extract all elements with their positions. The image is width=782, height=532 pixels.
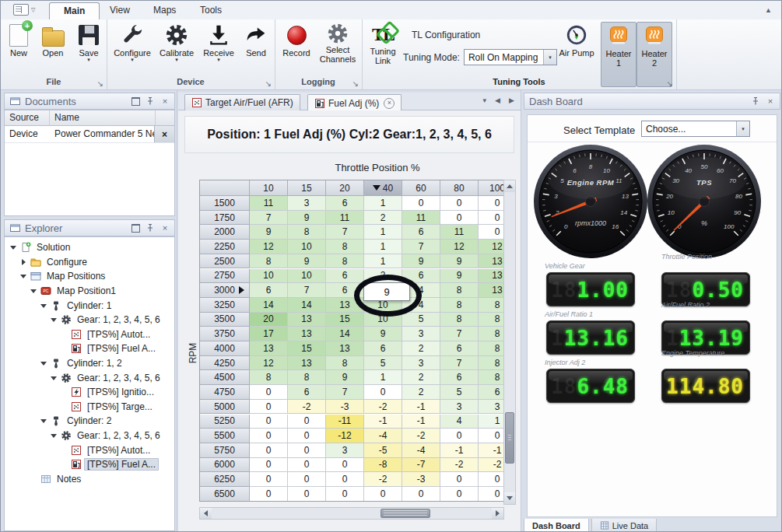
grid-cell[interactable]: 9 xyxy=(440,254,479,269)
tab-list-icon[interactable]: ▾ xyxy=(482,96,486,104)
grid-cell[interactable]: 0 xyxy=(402,487,440,502)
grid-cell[interactable]: 0 xyxy=(326,487,364,502)
grid-cell[interactable]: 0 xyxy=(326,458,364,473)
grid-cell[interactable]: 20 xyxy=(250,313,288,327)
scroll-right-icon[interactable] xyxy=(492,508,503,519)
tree-item[interactable]: Gear: 1, 2, 3, 4, 5, 6 xyxy=(5,429,174,443)
tree-item[interactable]: Cylinder: 1 xyxy=(5,298,174,313)
grid-cell[interactable]: 7 xyxy=(288,283,326,298)
grid-cell[interactable]: 15 xyxy=(326,313,364,327)
grid-cell[interactable]: 11 xyxy=(440,225,479,240)
row-header-2250[interactable]: 2250 xyxy=(200,240,250,254)
horizontal-scrollbar[interactable] xyxy=(199,507,504,520)
send-button[interactable]: Send xyxy=(240,22,272,58)
grid-cell[interactable]: 8 xyxy=(326,240,364,254)
grid-cell[interactable]: 11 xyxy=(250,196,288,211)
chevron-down-icon[interactable]: ▾ xyxy=(543,50,556,65)
grid-cell[interactable]: 1 xyxy=(479,415,504,429)
tab-target-air-fuel[interactable]: Target Air/Fuel (AFR) xyxy=(184,94,300,110)
grid-cell[interactable]: 8 xyxy=(440,298,479,313)
grid-cell[interactable]: 3 xyxy=(402,327,440,341)
template-select[interactable]: Choose... ▾ xyxy=(641,121,750,137)
grid-cell[interactable]: -1 xyxy=(440,443,479,458)
grid-cell[interactable]: 0 xyxy=(364,385,402,400)
grid-cell[interactable]: 8 xyxy=(479,370,504,385)
close-icon[interactable]: × xyxy=(766,96,775,106)
tree-item[interactable]: [TPS%] Autot... xyxy=(5,327,174,342)
grid-cell[interactable]: -2 xyxy=(402,429,440,443)
new-button[interactable]: + New xyxy=(4,22,33,58)
scroll-tabs-right-icon[interactable]: ▶ xyxy=(509,96,514,104)
dialog-launcher-icon[interactable]: ↘ xyxy=(667,80,673,88)
row-header-3250[interactable]: 3250 xyxy=(200,298,250,313)
scroll-left-icon[interactable] xyxy=(200,508,212,519)
grid-cell[interactable]: 0 xyxy=(479,225,504,240)
tuning-mode-select[interactable]: Roll On Mapping ▾ xyxy=(464,49,557,65)
grid-cell[interactable]: 10 xyxy=(288,240,326,254)
dialog-launcher-icon[interactable]: ↘ xyxy=(352,80,359,88)
grid-cell[interactable]: 0 xyxy=(288,415,326,429)
grid-cell[interactable]: 0 xyxy=(250,415,288,429)
tree-item[interactable]: PCMap Position1 xyxy=(5,284,174,299)
ribbon-collapse-icon[interactable]: ▲ xyxy=(765,6,772,14)
grid-cell[interactable]: -1 xyxy=(402,400,440,415)
grid-cell[interactable]: 6 xyxy=(326,283,364,298)
pin-icon[interactable] xyxy=(146,96,155,106)
collapse-arrow-icon[interactable] xyxy=(39,416,49,425)
grid-cell[interactable]: -1 xyxy=(479,443,504,458)
grid-cell[interactable]: 0 xyxy=(288,487,326,502)
grid-cell[interactable]: 13 xyxy=(288,356,326,371)
grid-cell[interactable]: 8 xyxy=(288,370,326,385)
grid-cell[interactable]: 0 xyxy=(250,458,288,473)
grid-cell[interactable]: 3 xyxy=(402,356,440,371)
grid-cell[interactable]: 13 xyxy=(326,341,364,356)
select-channels-button[interactable]: Select Channels xyxy=(317,22,359,64)
grid-cell[interactable]: 10 xyxy=(364,313,402,327)
grid-cell[interactable]: 9 xyxy=(440,269,479,284)
row-header-6250[interactable]: 6250 xyxy=(200,472,250,487)
grid-cell[interactable]: 11 xyxy=(402,211,440,226)
tab-fuel-adj[interactable]: Fuel Adj (%) × xyxy=(307,94,402,111)
grid-cell[interactable]: 0 xyxy=(440,429,479,443)
dialog-launcher-icon[interactable]: ↘ xyxy=(97,80,103,88)
tab-maps[interactable]: Maps xyxy=(139,2,190,19)
grid-cell[interactable]: 0 xyxy=(364,487,402,502)
tab-view[interactable]: View xyxy=(96,2,144,19)
grid-cell[interactable]: 0 xyxy=(250,487,288,502)
grid-cell[interactable]: 13 xyxy=(479,254,504,269)
dialog-launcher-icon[interactable]: ↘ xyxy=(265,80,272,88)
cell-edit-box[interactable]: 9 xyxy=(363,282,410,301)
grid-cell[interactable]: 2 xyxy=(402,341,440,356)
grid-cell[interactable]: 9 xyxy=(326,370,364,385)
grid-cell[interactable]: 9 xyxy=(288,211,326,226)
column-header-15[interactable]: 15 xyxy=(288,180,326,196)
scroll-up-icon[interactable] xyxy=(504,180,515,192)
collapse-arrow-icon[interactable] xyxy=(49,315,59,324)
horizontal-scroll-thumb[interactable] xyxy=(380,509,430,518)
grid-cell[interactable]: 2 xyxy=(364,269,402,284)
row-header-5500[interactable]: 5500 xyxy=(200,429,250,443)
grid-cell[interactable]: 0 xyxy=(479,472,504,487)
grid-cell[interactable]: 7 xyxy=(440,327,479,341)
grid-cell[interactable]: 0 xyxy=(326,472,364,487)
configure-button[interactable]: Configure ▾ xyxy=(111,22,153,62)
record-button[interactable]: Record xyxy=(279,22,314,58)
chevron-down-icon[interactable]: ▾ xyxy=(736,121,749,136)
grid-cell[interactable]: 0 xyxy=(440,211,479,226)
grid-cell[interactable]: 13 xyxy=(326,298,364,313)
grid-cell[interactable]: 5 xyxy=(402,313,440,327)
grid-cell[interactable]: 12 xyxy=(250,356,288,371)
grid-cell[interactable]: -2 xyxy=(364,400,402,415)
grid-cell[interactable]: 1 xyxy=(364,225,402,240)
grid-cell[interactable]: -3 xyxy=(326,400,364,415)
tab-dash-board[interactable]: Dash Board xyxy=(524,519,589,532)
tab-tools[interactable]: Tools xyxy=(186,2,236,19)
grid-cell[interactable]: 13 xyxy=(288,327,326,341)
column-header-20[interactable]: 20 xyxy=(326,180,364,196)
row-header-3500[interactable]: 3500 xyxy=(200,313,250,327)
pin-icon[interactable] xyxy=(146,223,155,233)
grid-cell[interactable]: 13 xyxy=(288,313,326,327)
document-row[interactable]: Device Power Commander 5 Ne... × xyxy=(5,126,174,143)
close-icon[interactable]: × xyxy=(160,223,170,233)
collapse-arrow-icon[interactable] xyxy=(39,301,49,310)
